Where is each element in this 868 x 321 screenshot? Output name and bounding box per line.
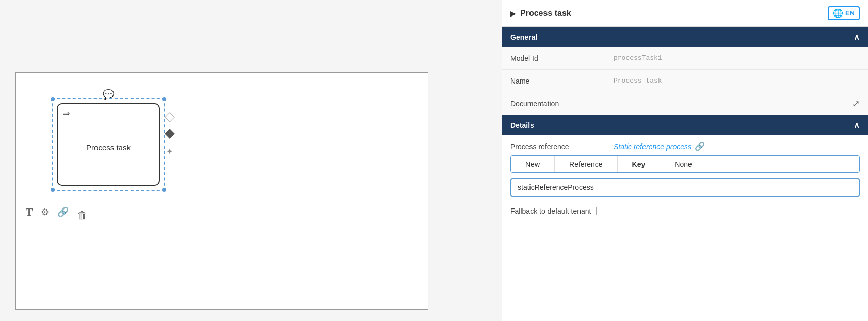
- panel-header-left: ▶ Process task: [510, 9, 571, 18]
- panel-title-arrow: ▶: [510, 9, 516, 18]
- option-reference[interactable]: Reference: [555, 156, 618, 172]
- canvas-area: 💬 ⇒ Process task ✦ T ⚙ 🔗 🗑: [0, 0, 502, 321]
- process-task-node[interactable]: 💬 ⇒ Process task ✦: [57, 103, 160, 186]
- key-input-row: [510, 178, 860, 197]
- corner-dot-tl: [51, 97, 55, 101]
- text-tool-icon[interactable]: T: [26, 206, 33, 221]
- fallback-checkbox[interactable]: [596, 207, 604, 215]
- top-handle: 💬: [103, 89, 114, 100]
- diamond-filled-handle[interactable]: [165, 129, 175, 139]
- right-panel: ▶ Process task 🌐 EN General ∧ Model Id p…: [502, 0, 868, 321]
- details-content: Process reference Static reference proce…: [502, 135, 868, 226]
- process-reference-link[interactable]: Static reference process: [614, 142, 692, 151]
- model-id-row: Model Id processTask1: [502, 47, 868, 70]
- details-collapse-icon[interactable]: ∧: [854, 120, 860, 130]
- node-process-icon: ⇒: [63, 108, 70, 118]
- documentation-row: Documentation ⤢: [502, 92, 868, 115]
- diamond-empty-handle[interactable]: [165, 112, 175, 122]
- arrow-handle[interactable]: ✦: [166, 147, 174, 155]
- name-row: Name Process task: [502, 70, 868, 92]
- documentation-label: Documentation: [510, 100, 614, 108]
- name-label: Name: [510, 77, 614, 85]
- process-reference-row: Process reference Static reference proce…: [510, 141, 860, 151]
- documentation-expand-icon[interactable]: ⤢: [852, 98, 860, 109]
- option-none[interactable]: None: [660, 156, 706, 172]
- details-section-label: Details: [510, 121, 534, 130]
- general-collapse-icon[interactable]: ∧: [854, 32, 860, 42]
- general-section-label: General: [510, 33, 537, 41]
- general-section-header: General ∧: [502, 27, 868, 47]
- model-id-value: processTask1: [614, 54, 860, 62]
- option-new[interactable]: New: [511, 156, 555, 172]
- corner-dot-bl: [51, 188, 55, 192]
- node-toolbar: T ⚙ 🔗 🗑: [26, 206, 87, 221]
- lang-label: EN: [845, 9, 855, 17]
- name-value: Process task: [614, 77, 860, 85]
- right-handles: ✦: [166, 114, 174, 155]
- fallback-label: Fallback to default tenant: [510, 207, 591, 215]
- model-id-label: Model Id: [510, 54, 614, 62]
- key-input[interactable]: [510, 178, 860, 197]
- panel-title: Process task: [520, 9, 571, 18]
- settings-icon[interactable]: ⚙: [41, 206, 49, 221]
- link-tool-icon[interactable]: 🔗: [57, 206, 69, 221]
- details-section-header: Details ∧: [502, 115, 868, 135]
- node-label: Process task: [86, 143, 131, 152]
- globe-icon: 🌐: [833, 8, 843, 18]
- delete-icon[interactable]: 🗑: [77, 210, 87, 221]
- language-button[interactable]: 🌐 EN: [828, 6, 860, 20]
- corner-dot-br: [162, 188, 166, 192]
- corner-dot-tr: [162, 97, 166, 101]
- reference-options: New Reference Key None: [510, 155, 860, 173]
- option-key[interactable]: Key: [618, 156, 661, 172]
- process-reference-label: Process reference: [510, 142, 614, 151]
- process-reference-link-icon[interactable]: 🔗: [695, 141, 705, 151]
- panel-header: ▶ Process task 🌐 EN: [502, 0, 868, 27]
- fallback-row: Fallback to default tenant: [510, 203, 860, 219]
- node-box[interactable]: ⇒ Process task: [57, 103, 160, 186]
